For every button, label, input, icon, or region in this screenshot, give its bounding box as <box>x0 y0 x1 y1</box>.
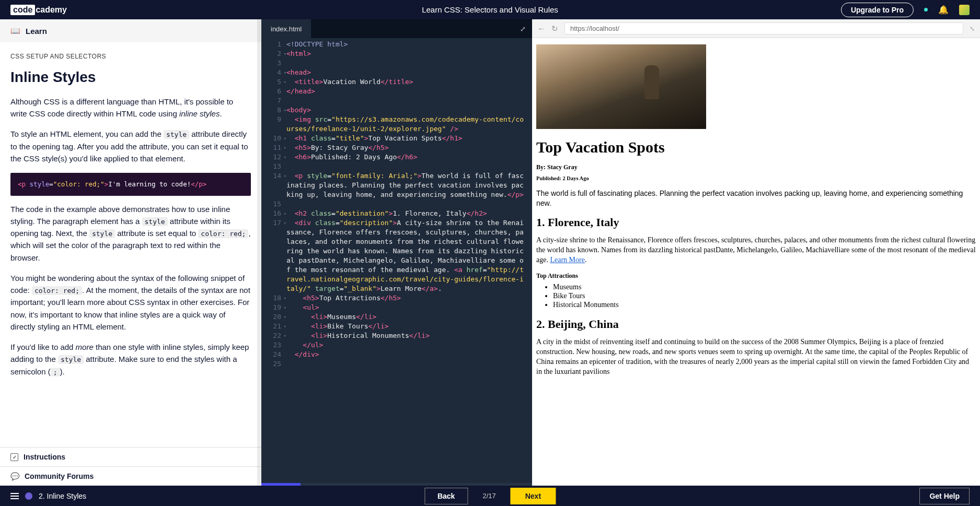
code-line[interactable]: 1<!DOCTYPE html> <box>261 40 532 49</box>
code-line[interactable]: 20▾ <li>Museums</li> <box>261 312 532 322</box>
expand-icon[interactable]: ⤢ <box>520 25 526 33</box>
code-line[interactable]: 24 </div> <box>261 350 532 359</box>
community-accordion[interactable]: 💬 Community Forums <box>0 466 261 486</box>
code-line[interactable]: 17▾ <div class="description">A city-size… <box>261 218 532 293</box>
list-item: Bike Tours <box>553 292 976 300</box>
inline-code: color: red; <box>198 229 248 238</box>
url-text: https://localhost/ <box>570 25 619 32</box>
status-dot-icon <box>924 8 928 11</box>
preview-h2: 1. Florence, Italy <box>536 216 976 229</box>
next-button[interactable]: Next <box>511 488 556 504</box>
code-example: <p style="color: red;">I'm learning to c… <box>10 173 251 195</box>
file-tab[interactable]: index.html <box>261 19 311 38</box>
list-item: Historical Monuments <box>553 301 976 309</box>
attractions-list: Museums Bike Tours Historical Monuments <box>553 283 976 309</box>
lesson-paragraph: The code in the example above demonstrat… <box>10 203 251 264</box>
code-line[interactable]: 22▾ <li>Historical Monuments</li> <box>261 331 532 340</box>
inline-code: style <box>142 217 168 226</box>
refresh-icon[interactable]: ↻ <box>551 24 558 33</box>
chat-icon: 💬 <box>10 472 19 480</box>
step-label: 2. Inline Styles <box>39 492 86 500</box>
learn-label: Learn <box>26 27 47 36</box>
inline-code: color: red; <box>32 286 82 295</box>
code-line[interactable]: 7 <box>261 96 532 105</box>
lesson-content: CSS SETUP AND SELECTORS Inline Styles Al… <box>0 42 261 447</box>
lesson-paragraph: You might be wondering about the syntax … <box>10 272 251 333</box>
accordion-label: Instructions <box>24 453 65 461</box>
code-line[interactable]: 5▾ <title>Vacation World</title> <box>261 77 532 87</box>
back-button[interactable]: Back <box>424 488 468 504</box>
code-line[interactable]: 9 <img src="https://s3.amazonaws.com/cod… <box>261 115 532 134</box>
code-line[interactable]: 18▾ <h5>Top Attractions</h5> <box>261 293 532 303</box>
code-line[interactable]: 23 </ul> <box>261 340 532 350</box>
browser-bar: ← ↻ https://localhost/ ⤡ <box>532 19 980 38</box>
instructions-accordion[interactable]: ✓ Instructions <box>0 447 261 466</box>
code-line[interactable]: 6</head> <box>261 87 532 96</box>
code-line[interactable]: 16▾ <h2 class="destination">1. Florence,… <box>261 209 532 218</box>
preview-intro: The world is full of fascinating places.… <box>536 189 976 208</box>
file-tab-bar: index.html ⤢ <box>261 19 532 38</box>
scrollbar[interactable] <box>257 19 261 506</box>
preview-byline: By: Stacy Gray <box>536 163 976 171</box>
code-line[interactable]: 3 <box>261 58 532 68</box>
code-editor[interactable]: 1<!DOCTYPE html>2▾<html>34▾<head>5▾ <tit… <box>261 38 532 483</box>
code-line[interactable]: 2▾<html> <box>261 49 532 58</box>
lesson-panel: 📖 Learn CSS SETUP AND SELECTORS Inline S… <box>0 19 261 506</box>
code-line[interactable]: 4▾<head> <box>261 68 532 77</box>
lesson-paragraph: Although CSS is a different language tha… <box>10 96 251 120</box>
code-editor-panel: index.html ⤢ 1<!DOCTYPE html>2▾<html>34▾… <box>261 19 532 506</box>
code-line[interactable]: 19▾ <ul> <box>261 303 532 312</box>
preview-content: Top Vacation Spots By: Stacy Gray Publis… <box>532 38 980 506</box>
code-line[interactable]: 10▾ <h1 class="title">Top Vacation Spots… <box>261 134 532 143</box>
accordion-label: Community Forums <box>25 472 94 480</box>
menu-icon[interactable] <box>10 493 19 499</box>
logo[interactable]: codecademy <box>10 5 67 15</box>
lesson-paragraph: If you'd like to add more than one style… <box>10 341 251 378</box>
progress-indicator-icon <box>25 492 32 500</box>
page-indicator: 2/17 <box>482 492 495 500</box>
code-line[interactable]: 12▾ <h6>Published: 2 Days Ago</h6> <box>261 152 532 162</box>
preview-panel: ← ↻ https://localhost/ ⤡ Top Vacation Sp… <box>532 19 980 506</box>
lesson-paragraph: To style an HTML element, you can add th… <box>10 128 251 164</box>
back-arrow-icon[interactable]: ← <box>537 24 545 33</box>
learn-header[interactable]: 📖 Learn <box>0 19 261 42</box>
maximize-icon[interactable]: ⤡ <box>970 25 975 32</box>
code-line[interactable]: 13 <box>261 162 532 171</box>
upgrade-button[interactable]: Upgrade to Pro <box>841 3 914 17</box>
code-line[interactable]: 14▾ <p style="font-family: Arial;">The w… <box>261 171 532 199</box>
code-line[interactable]: 21▾ <li>Bike Tours</li> <box>261 322 532 331</box>
preview-published: Published: 2 Days Ago <box>536 175 976 181</box>
lesson-title: Inline Styles <box>10 66 251 88</box>
logo-text: cademy <box>36 5 67 15</box>
inline-code: style <box>89 229 115 238</box>
preview-h1: Top Vacation Spots <box>536 138 976 156</box>
preview-description: A city in the midst of reinventing itsel… <box>536 337 976 377</box>
code-line[interactable]: 8▾<body> <box>261 105 532 115</box>
preview-hero-image <box>536 44 706 129</box>
course-title: Learn CSS: Selectors and Visual Rules <box>422 5 558 14</box>
inline-code: ; <box>51 368 60 376</box>
app-footer: 2. Inline Styles Back 2/17 Next Get Help <box>0 486 980 506</box>
logo-box: code <box>10 5 35 15</box>
checkbox-icon: ✓ <box>10 453 18 461</box>
attractions-title: Top Attractions <box>536 272 976 280</box>
notifications-icon[interactable]: 🔔 <box>938 5 949 15</box>
preview-h2: 2. Beijing, China <box>536 317 976 331</box>
book-icon: 📖 <box>10 26 20 36</box>
file-tab-label: index.html <box>271 25 302 33</box>
learn-more-link[interactable]: Learn More <box>550 256 584 264</box>
inline-code: style <box>164 130 189 139</box>
app-header: codecademy Learn CSS: Selectors and Visu… <box>0 0 980 19</box>
url-bar[interactable]: https://localhost/ <box>564 22 963 34</box>
code-line[interactable]: 15 <box>261 199 532 209</box>
inline-code: style <box>58 355 84 364</box>
preview-description: A city-size shrine to the Renaissance, F… <box>536 236 976 265</box>
list-item: Museums <box>553 283 976 291</box>
code-line[interactable]: 11▾ <h5>By: Stacy Gray</h5> <box>261 143 532 152</box>
avatar[interactable] <box>959 5 970 15</box>
breadcrumb: CSS SETUP AND SELECTORS <box>10 52 251 62</box>
code-line[interactable]: 25 <box>261 359 532 369</box>
get-help-button[interactable]: Get Help <box>919 488 970 504</box>
